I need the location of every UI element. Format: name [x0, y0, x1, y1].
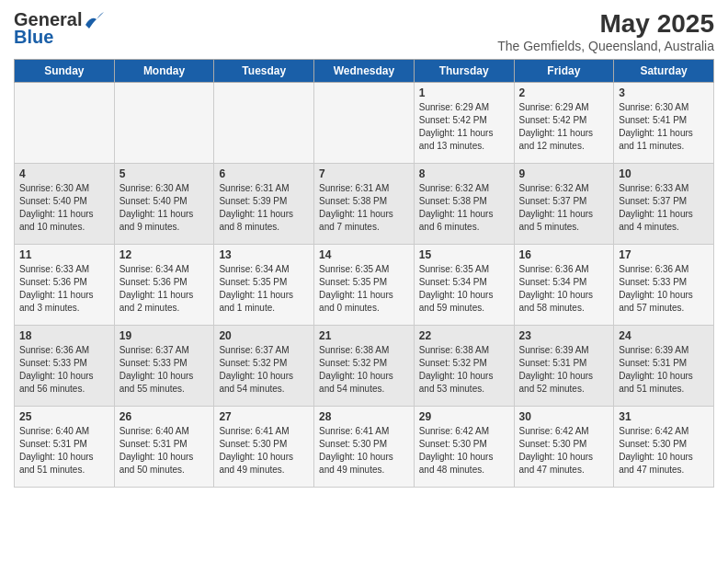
- calendar-cell: 16Sunrise: 6:36 AM Sunset: 5:34 PM Dayli…: [514, 245, 614, 326]
- day-info: Sunrise: 6:32 AM Sunset: 5:38 PM Dayligh…: [419, 182, 509, 234]
- calendar-cell: 15Sunrise: 6:35 AM Sunset: 5:34 PM Dayli…: [414, 245, 514, 326]
- day-info: Sunrise: 6:35 AM Sunset: 5:35 PM Dayligh…: [319, 263, 409, 315]
- day-number: 16: [519, 248, 609, 261]
- day-info: Sunrise: 6:41 AM Sunset: 5:30 PM Dayligh…: [219, 425, 309, 477]
- day-info: Sunrise: 6:41 AM Sunset: 5:30 PM Dayligh…: [319, 425, 409, 477]
- calendar-week-row: 18Sunrise: 6:36 AM Sunset: 5:33 PM Dayli…: [15, 326, 714, 407]
- calendar-week-row: 25Sunrise: 6:40 AM Sunset: 5:31 PM Dayli…: [15, 407, 714, 488]
- day-info: Sunrise: 6:30 AM Sunset: 5:41 PM Dayligh…: [619, 101, 709, 153]
- calendar-cell: 10Sunrise: 6:33 AM Sunset: 5:37 PM Dayli…: [614, 164, 714, 245]
- day-info: Sunrise: 6:35 AM Sunset: 5:34 PM Dayligh…: [419, 263, 509, 315]
- day-info: Sunrise: 6:40 AM Sunset: 5:31 PM Dayligh…: [19, 425, 109, 477]
- calendar-cell: 5Sunrise: 6:30 AM Sunset: 5:40 PM Daylig…: [114, 164, 214, 245]
- day-number: 24: [619, 329, 709, 342]
- day-info: Sunrise: 6:37 AM Sunset: 5:33 PM Dayligh…: [119, 344, 210, 396]
- day-number: 29: [419, 410, 509, 423]
- calendar-cell: 11Sunrise: 6:33 AM Sunset: 5:36 PM Dayli…: [15, 245, 115, 326]
- day-info: Sunrise: 6:39 AM Sunset: 5:31 PM Dayligh…: [519, 344, 609, 396]
- day-info: Sunrise: 6:39 AM Sunset: 5:31 PM Dayligh…: [619, 344, 709, 396]
- calendar-cell: 13Sunrise: 6:34 AM Sunset: 5:35 PM Dayli…: [214, 245, 314, 326]
- day-number: 1: [419, 86, 509, 99]
- day-info: Sunrise: 6:38 AM Sunset: 5:32 PM Dayligh…: [419, 344, 509, 396]
- day-info: Sunrise: 6:42 AM Sunset: 5:30 PM Dayligh…: [419, 425, 509, 477]
- day-of-week-header: Tuesday: [214, 60, 314, 83]
- day-number: 27: [219, 410, 309, 423]
- calendar-table: SundayMondayTuesdayWednesdayThursdayFrid…: [14, 59, 714, 488]
- day-number: 9: [519, 167, 609, 180]
- day-info: Sunrise: 6:30 AM Sunset: 5:40 PM Dayligh…: [19, 182, 109, 234]
- calendar-cell: 18Sunrise: 6:36 AM Sunset: 5:33 PM Dayli…: [15, 326, 115, 407]
- day-number: 21: [319, 329, 409, 342]
- calendar-cell: 14Sunrise: 6:35 AM Sunset: 5:35 PM Dayli…: [314, 245, 415, 326]
- logo-bird-icon: [84, 12, 104, 29]
- day-number: 2: [519, 86, 609, 99]
- day-number: 13: [219, 248, 309, 261]
- day-number: 7: [319, 167, 409, 180]
- day-number: 6: [219, 167, 309, 180]
- day-number: 17: [619, 248, 709, 261]
- month-title: May 2025: [497, 9, 714, 39]
- day-number: 30: [519, 410, 609, 423]
- title-block: May 2025 The Gemfields, Queensland, Aust…: [497, 9, 714, 53]
- day-number: 19: [119, 329, 210, 342]
- day-number: 15: [419, 248, 509, 261]
- day-of-week-header: Sunday: [15, 60, 115, 83]
- day-info: Sunrise: 6:33 AM Sunset: 5:36 PM Dayligh…: [19, 263, 109, 315]
- calendar-cell: 22Sunrise: 6:38 AM Sunset: 5:32 PM Dayli…: [414, 326, 514, 407]
- calendar-cell: 3Sunrise: 6:30 AM Sunset: 5:41 PM Daylig…: [614, 83, 714, 164]
- day-of-week-header: Monday: [114, 60, 214, 83]
- calendar-cell: [214, 83, 314, 164]
- calendar-cell: 30Sunrise: 6:42 AM Sunset: 5:30 PM Dayli…: [514, 407, 614, 488]
- day-info: Sunrise: 6:42 AM Sunset: 5:30 PM Dayligh…: [519, 425, 609, 477]
- day-info: Sunrise: 6:34 AM Sunset: 5:35 PM Dayligh…: [219, 263, 309, 315]
- calendar-cell: [114, 83, 214, 164]
- day-number: 3: [619, 86, 709, 99]
- calendar-cell: 20Sunrise: 6:37 AM Sunset: 5:32 PM Dayli…: [214, 326, 314, 407]
- calendar-cell: 21Sunrise: 6:38 AM Sunset: 5:32 PM Dayli…: [314, 326, 415, 407]
- calendar-cell: 19Sunrise: 6:37 AM Sunset: 5:33 PM Dayli…: [114, 326, 214, 407]
- calendar-week-row: 4Sunrise: 6:30 AM Sunset: 5:40 PM Daylig…: [15, 164, 714, 245]
- day-info: Sunrise: 6:34 AM Sunset: 5:36 PM Dayligh…: [119, 263, 210, 315]
- calendar-cell: 27Sunrise: 6:41 AM Sunset: 5:30 PM Dayli…: [214, 407, 314, 488]
- day-number: 12: [119, 248, 210, 261]
- day-of-week-header: Saturday: [614, 60, 714, 83]
- day-of-week-header: Thursday: [414, 60, 514, 83]
- day-number: 18: [19, 329, 109, 342]
- calendar-cell: 9Sunrise: 6:32 AM Sunset: 5:37 PM Daylig…: [514, 164, 614, 245]
- calendar-cell: 4Sunrise: 6:30 AM Sunset: 5:40 PM Daylig…: [15, 164, 115, 245]
- logo: General Blue: [14, 9, 104, 48]
- calendar-cell: [15, 83, 115, 164]
- day-of-week-header: Friday: [514, 60, 614, 83]
- page-header: General Blue May 2025 The Gemfields, Que…: [14, 9, 714, 53]
- calendar-header-row: SundayMondayTuesdayWednesdayThursdayFrid…: [15, 60, 714, 83]
- day-number: 8: [419, 167, 509, 180]
- day-info: Sunrise: 6:36 AM Sunset: 5:34 PM Dayligh…: [519, 263, 609, 315]
- calendar-cell: 24Sunrise: 6:39 AM Sunset: 5:31 PM Dayli…: [614, 326, 714, 407]
- day-number: 14: [319, 248, 409, 261]
- day-info: Sunrise: 6:36 AM Sunset: 5:33 PM Dayligh…: [619, 263, 709, 315]
- day-info: Sunrise: 6:42 AM Sunset: 5:30 PM Dayligh…: [619, 425, 709, 477]
- day-info: Sunrise: 6:40 AM Sunset: 5:31 PM Dayligh…: [119, 425, 210, 477]
- day-number: 23: [519, 329, 609, 342]
- day-number: 26: [119, 410, 210, 423]
- day-info: Sunrise: 6:29 AM Sunset: 5:42 PM Dayligh…: [519, 101, 609, 153]
- logo-blue-text: Blue: [14, 27, 53, 48]
- day-number: 4: [19, 167, 109, 180]
- calendar-cell: 31Sunrise: 6:42 AM Sunset: 5:30 PM Dayli…: [614, 407, 714, 488]
- day-info: Sunrise: 6:33 AM Sunset: 5:37 PM Dayligh…: [619, 182, 709, 234]
- day-number: 20: [219, 329, 309, 342]
- day-number: 25: [19, 410, 109, 423]
- day-info: Sunrise: 6:38 AM Sunset: 5:32 PM Dayligh…: [319, 344, 409, 396]
- day-info: Sunrise: 6:30 AM Sunset: 5:40 PM Dayligh…: [119, 182, 210, 234]
- day-number: 5: [119, 167, 210, 180]
- day-info: Sunrise: 6:32 AM Sunset: 5:37 PM Dayligh…: [519, 182, 609, 234]
- calendar-cell: 17Sunrise: 6:36 AM Sunset: 5:33 PM Dayli…: [614, 245, 714, 326]
- calendar-cell: 28Sunrise: 6:41 AM Sunset: 5:30 PM Dayli…: [314, 407, 415, 488]
- calendar-cell: 23Sunrise: 6:39 AM Sunset: 5:31 PM Dayli…: [514, 326, 614, 407]
- calendar-cell: 25Sunrise: 6:40 AM Sunset: 5:31 PM Dayli…: [15, 407, 115, 488]
- calendar-cell: 1Sunrise: 6:29 AM Sunset: 5:42 PM Daylig…: [414, 83, 514, 164]
- day-info: Sunrise: 6:36 AM Sunset: 5:33 PM Dayligh…: [19, 344, 109, 396]
- day-info: Sunrise: 6:31 AM Sunset: 5:38 PM Dayligh…: [319, 182, 409, 234]
- location-text: The Gemfields, Queensland, Australia: [497, 39, 714, 53]
- day-number: 22: [419, 329, 509, 342]
